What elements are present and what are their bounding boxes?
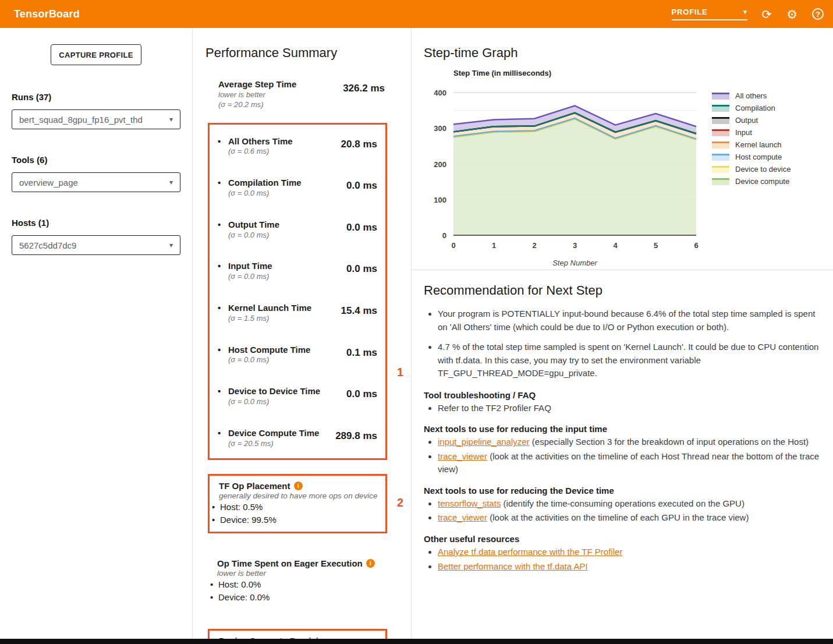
chevron-down-icon: ▾ bbox=[169, 241, 173, 249]
app-header: TensorBoard PROFILE ▾ ⟳ ⚙ ? bbox=[0, 0, 833, 28]
reco-section-heading: Next tools to use for reducing the Devic… bbox=[424, 486, 821, 496]
settings-gear-icon[interactable]: ⚙ bbox=[786, 8, 797, 20]
svg-text:Step Time (in milliseconds): Step Time (in milliseconds) bbox=[453, 69, 551, 77]
svg-text:0: 0 bbox=[451, 241, 455, 250]
legend-swatch-icon bbox=[712, 93, 729, 100]
metric-value: 0.0 ms bbox=[346, 180, 377, 199]
reco-link[interactable]: Analyze tf.data performance with the TF … bbox=[438, 547, 622, 557]
reco-link[interactable]: trace_viewer bbox=[438, 512, 487, 522]
window-bottom-edge bbox=[0, 639, 833, 644]
svg-text:4: 4 bbox=[613, 241, 618, 250]
legend-label: Compilation bbox=[735, 104, 775, 112]
reco-section-heading: Other useful resources bbox=[424, 534, 821, 544]
annotation-1: 1 bbox=[397, 366, 403, 379]
breakdown-list: •All Others Time(σ = 0.6 ms)20.8 ms•Comp… bbox=[217, 136, 377, 449]
legend-item: Output bbox=[712, 114, 791, 126]
svg-text:1: 1 bbox=[492, 241, 496, 250]
tools-select-value: overview_page bbox=[19, 178, 78, 187]
dashboard-select[interactable]: PROFILE ▾ bbox=[672, 8, 747, 20]
tools-select[interactable]: overview_page ▾ bbox=[12, 172, 180, 192]
svg-text:2: 2 bbox=[532, 241, 536, 250]
reco-bullet: Your program is POTENTIALLY input-bound … bbox=[438, 307, 821, 334]
bullet-icon: • bbox=[217, 136, 228, 157]
metric-sigma: (σ = 20.5 ms) bbox=[228, 439, 319, 449]
legend-item: All others bbox=[712, 90, 791, 102]
right-panel: Step-time Graph Step Time (in millisecon… bbox=[412, 28, 833, 644]
svg-text:Step Number: Step Number bbox=[552, 259, 597, 267]
bullet-icon: • bbox=[217, 303, 228, 324]
metric-value: 0.0 ms bbox=[346, 222, 377, 240]
reco-link[interactable]: trace_viewer bbox=[438, 451, 487, 461]
metric-label: Compilation Time bbox=[228, 178, 302, 189]
svg-text:200: 200 bbox=[434, 160, 446, 169]
app-title: TensorBoard bbox=[14, 8, 80, 20]
legend-swatch-icon bbox=[712, 141, 729, 148]
reco-item-text: Refer to the TF2 Profiler FAQ bbox=[438, 403, 551, 413]
recommendation-title: Recommendation for Next Step bbox=[424, 283, 821, 298]
help-icon[interactable]: ? bbox=[812, 8, 824, 20]
chart-legend: All othersCompilationOutputInputKernel l… bbox=[712, 90, 791, 267]
capture-profile-button[interactable]: CAPTURE PROFILE bbox=[51, 44, 141, 65]
reco-bullet: 4.7 % of the total step time sampled is … bbox=[438, 341, 821, 380]
reco-section-heading: Tool troubleshooting / FAQ bbox=[424, 390, 821, 400]
average-step-time-row: Average Step Time lower is better (σ = 2… bbox=[218, 79, 385, 110]
info-icon[interactable]: i bbox=[294, 482, 303, 490]
legend-swatch-icon bbox=[712, 129, 729, 136]
metric-label: Output Time bbox=[228, 220, 279, 231]
metric-label: Kernel Launch Time bbox=[228, 303, 311, 314]
performance-summary-title: Performance Summary bbox=[205, 28, 411, 61]
stat-item: Host: 0.0% bbox=[209, 579, 387, 590]
reco-bullets: Your program is POTENTIALLY input-bound … bbox=[424, 307, 821, 380]
metric-label: Host Compute Time bbox=[228, 345, 310, 356]
legend-swatch-icon bbox=[712, 154, 729, 161]
bullet-icon: • bbox=[217, 178, 228, 199]
stat-item: Device: 99.5% bbox=[211, 514, 385, 526]
bullet-icon: • bbox=[217, 220, 228, 240]
legend-label: All others bbox=[735, 91, 767, 100]
reco-link[interactable]: Better performance with the tf.data API bbox=[438, 561, 588, 571]
stat-item: Host: 0.5% bbox=[211, 501, 385, 513]
performance-summary-panel: Performance Summary Average Step Time lo… bbox=[193, 28, 412, 644]
metric-row: •Host Compute Time(σ = 0.0 ms)0.1 ms bbox=[217, 345, 377, 366]
hosts-select-value: 5627c5dd7dc9 bbox=[19, 240, 76, 250]
metric-row: •Input Time(σ = 0.0 ms)0.0 ms bbox=[217, 261, 377, 282]
step-time-chart: Step Time (in milliseconds)0100200300400… bbox=[417, 66, 708, 267]
metric-row: •All Others Time(σ = 0.6 ms)20.8 ms bbox=[217, 136, 377, 157]
metric-row: •Device Compute Time(σ = 20.5 ms)289.8 m… bbox=[217, 428, 377, 449]
refresh-icon[interactable]: ⟳ bbox=[762, 8, 772, 20]
reco-link[interactable]: tensorflow_stats bbox=[438, 498, 501, 508]
dashboard-select-value: PROFILE bbox=[672, 8, 708, 16]
recommendation-card: Recommendation for Next Step Your progra… bbox=[412, 270, 833, 573]
metric-row: •Compilation Time(σ = 0.0 ms)0.0 ms bbox=[217, 178, 377, 199]
legend-item: Input bbox=[712, 126, 791, 139]
metric-value: 0.0 ms bbox=[346, 263, 377, 282]
reco-link[interactable]: input_pipeline_analyzer bbox=[438, 437, 530, 447]
legend-label: Device to device bbox=[735, 165, 791, 174]
svg-text:6: 6 bbox=[694, 241, 698, 250]
metric-value: 0.0 ms bbox=[346, 388, 377, 407]
metric-label: All Others Time bbox=[228, 136, 293, 147]
runs-select-value: bert_squad_8gpu_fp16_pvt_thd bbox=[19, 115, 143, 125]
legend-swatch-icon bbox=[712, 105, 729, 112]
metric-sigma: (σ = 0.0 ms) bbox=[228, 397, 320, 407]
svg-text:300: 300 bbox=[434, 124, 446, 133]
legend-swatch-icon bbox=[712, 166, 729, 173]
reco-item: trace_viewer (look at the activities on … bbox=[438, 511, 821, 524]
reco-item: tensorflow_stats (identify the time-cons… bbox=[438, 497, 821, 510]
svg-text:400: 400 bbox=[434, 89, 446, 97]
reco-item: input_pipeline_analyzer (especially Sect… bbox=[438, 436, 821, 448]
legend-item: Kernel launch bbox=[712, 139, 791, 151]
legend-item: Device compute bbox=[712, 175, 791, 187]
reco-item: Analyze tf.data performance with the TF … bbox=[438, 546, 821, 558]
stat-item: Device: 0.0% bbox=[209, 592, 387, 603]
hosts-select[interactable]: 5627c5dd7dc9 ▾ bbox=[12, 235, 180, 255]
tf-op-placement-box: TF Op Placement i generally desired to h… bbox=[208, 474, 387, 533]
metric-label: Input Time bbox=[228, 261, 272, 272]
metric-value: 289.8 ms bbox=[335, 430, 377, 449]
metric-value: 0.1 ms bbox=[346, 347, 377, 366]
info-icon[interactable]: i bbox=[366, 559, 375, 568]
legend-label: Device compute bbox=[735, 177, 789, 186]
runs-select[interactable]: bert_squad_8gpu_fp16_pvt_thd ▾ bbox=[12, 109, 180, 129]
svg-text:100: 100 bbox=[434, 196, 446, 204]
reco-item: trace_viewer (look at the activities on … bbox=[438, 450, 821, 476]
